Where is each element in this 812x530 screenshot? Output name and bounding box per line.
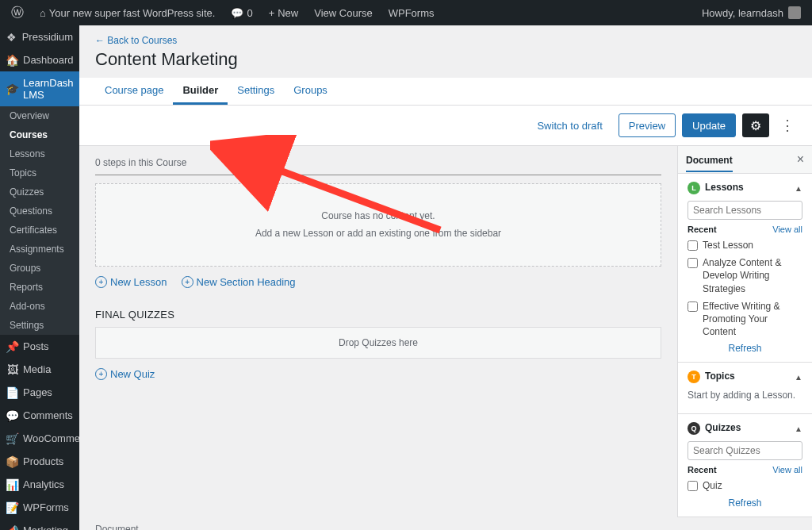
menu-label: Products [23, 455, 63, 467]
admin-sidebar: ❖Pressidium🏠Dashboard🎓LearnDash LMS Over… [0, 25, 79, 530]
sidebar-sub-lessons[interactable]: Lessons [0, 144, 79, 163]
empty-line-2: Add a new Lesson or add an existing one … [120, 225, 637, 243]
sidebar-item-learndash-lms[interactable]: 🎓LearnDash LMS [0, 71, 79, 106]
tab-settings[interactable]: Settings [228, 78, 284, 105]
sidebar-item-products[interactable]: 📦Products [0, 450, 79, 473]
site-title: Your new super fast WordPress site. [49, 7, 216, 19]
sidebar-sub-settings[interactable]: Settings [0, 316, 79, 335]
sidebar-item-pages[interactable]: 📄Pages [0, 381, 79, 404]
tab-course-page[interactable]: Course page [95, 78, 173, 105]
new-quiz-button[interactable]: +New Quiz [95, 368, 155, 380]
new-label: New [278, 7, 298, 19]
quiz-name: Quiz [703, 479, 722, 492]
menu-icon: 🛒 [6, 432, 18, 444]
tab-builder[interactable]: Builder [173, 78, 228, 105]
menu-label: Pages [23, 386, 52, 398]
quizzes-view-all-link[interactable]: View all [772, 465, 802, 474]
wp-logo[interactable]: ⓦ [6, 0, 29, 25]
empty-course-box: Course has no content yet. Add a new Les… [95, 183, 661, 267]
menu-icon: 📌 [6, 340, 18, 352]
lessons-refresh-link[interactable]: Refresh [688, 343, 802, 354]
sidebar-item-pressidium[interactable]: ❖Pressidium [0, 25, 79, 48]
menu-icon: 🎓 [6, 83, 18, 95]
sidebar-sub-groups[interactable]: Groups [0, 259, 79, 278]
sidebar-sub-topics[interactable]: Topics [0, 163, 79, 182]
sidebar-item-posts[interactable]: 📌Posts [0, 335, 79, 358]
chevron-up-icon: ▲ [795, 424, 802, 433]
lesson-item[interactable]: Effective Writing & Promoting Your Conte… [688, 300, 802, 339]
sidebar-sub-quizzes[interactable]: Quizzes [0, 182, 79, 202]
sidebar-sub-add-ons[interactable]: Add-ons [0, 297, 79, 316]
sidebar-sub-questions[interactable]: Questions [0, 202, 79, 221]
more-menu-button[interactable]: ⋮ [776, 113, 799, 137]
menu-label: Posts [23, 340, 49, 352]
lessons-recent-label: Recent [688, 225, 717, 234]
lessons-view-all-link[interactable]: View all [772, 225, 802, 234]
wpforms-link[interactable]: WPForms [384, 0, 439, 25]
update-button[interactable]: Update [682, 113, 736, 137]
topics-section-toggle[interactable]: TTopics ▲ [688, 371, 802, 383]
menu-label: Marketing [23, 524, 68, 530]
menu-icon: ❖ [6, 31, 17, 43]
view-course-link[interactable]: View Course [309, 0, 377, 25]
sidebar-item-wpforms[interactable]: 📝WPForms [0, 496, 79, 519]
close-panel-button[interactable]: × [797, 152, 804, 167]
sidebar-sub-overview[interactable]: Overview [0, 106, 79, 125]
tab-groups[interactable]: Groups [284, 78, 337, 105]
plus-circle-icon: + [95, 276, 107, 288]
quizzes-recent-label: Recent [688, 465, 717, 474]
lesson-checkbox[interactable] [688, 258, 698, 268]
sidebar-item-comments[interactable]: 💬Comments [0, 404, 79, 427]
sidebar-item-media[interactable]: 🖼Media [0, 358, 79, 381]
quizzes-section-toggle[interactable]: QQuizzes ▲ [688, 422, 802, 435]
drop-quizzes-zone[interactable]: Drop Quizzes here [95, 327, 661, 359]
menu-icon: 📄 [6, 386, 18, 398]
search-lessons-input[interactable] [688, 201, 802, 220]
comment-icon: 💬 [231, 7, 243, 19]
menu-icon: 🖼 [6, 363, 18, 375]
settings-gear-button[interactable]: ⚙ [742, 113, 769, 137]
lessons-section-toggle[interactable]: LLessons ▲ [688, 182, 802, 194]
lesson-item[interactable]: Analyze Content & Develop Writing Strate… [688, 256, 802, 295]
new-lesson-button[interactable]: +New Lesson [95, 276, 167, 288]
back-to-courses-link[interactable]: ← Back to Courses [79, 25, 812, 49]
page-title: Content Marketing [79, 49, 812, 78]
menu-icon: 🏠 [6, 54, 18, 66]
document-tab[interactable]: Document [686, 155, 733, 172]
sidebar-sub-assignments[interactable]: Assignments [0, 240, 79, 259]
avatar [788, 6, 801, 19]
lesson-checkbox[interactable] [688, 301, 698, 312]
lesson-item[interactable]: Test Lesson [688, 239, 802, 252]
new-content-link[interactable]: +New [264, 0, 304, 25]
lesson-checkbox[interactable] [688, 240, 698, 251]
kebab-icon: ⋮ [780, 117, 795, 134]
quizzes-refresh-link[interactable]: Refresh [688, 497, 802, 509]
menu-label: Pressidium [22, 31, 73, 43]
sidebar-sub-reports[interactable]: Reports [0, 278, 79, 297]
sidebar-item-analytics[interactable]: 📊Analytics [0, 473, 79, 496]
switch-to-draft-button[interactable]: Switch to draft [527, 113, 611, 137]
quiz-checkbox[interactable] [688, 481, 698, 491]
sidebar-sub-certificates[interactable]: Certificates [0, 221, 79, 240]
sidebar-item-marketing[interactable]: 📣Marketing [0, 519, 79, 530]
quiz-item[interactable]: Quiz [688, 479, 802, 492]
preview-button[interactable]: Preview [619, 113, 676, 137]
document-footer: Document [79, 517, 812, 531]
new-quiz-label: New Quiz [110, 368, 155, 380]
action-bar: Switch to draft Preview Update ⚙ ⋮ [79, 106, 812, 146]
site-home-link[interactable]: ⌂Your new super fast WordPress site. [35, 0, 220, 25]
howdy-menu[interactable]: Howdy, learndash [702, 6, 806, 19]
sidebar-item-dashboard[interactable]: 🏠Dashboard [0, 48, 79, 71]
topics-help-text: Start by adding a Lesson. [688, 390, 802, 401]
sidebar-sub-courses[interactable]: Courses [0, 125, 79, 144]
new-section-button[interactable]: +New Section Heading [182, 276, 296, 288]
sidebar-item-woocommerce[interactable]: 🛒WooCommerce [0, 427, 79, 450]
search-quizzes-input[interactable] [688, 441, 802, 460]
comments-link[interactable]: 💬0 [226, 0, 257, 25]
menu-icon: 📊 [6, 478, 18, 490]
topics-badge-icon: T [688, 371, 700, 383]
lesson-name: Effective Writing & Promoting Your Conte… [703, 300, 802, 339]
chevron-up-icon: ▲ [795, 184, 802, 193]
menu-label: WooCommerce [23, 432, 79, 444]
plus-circle-icon: + [95, 368, 107, 380]
